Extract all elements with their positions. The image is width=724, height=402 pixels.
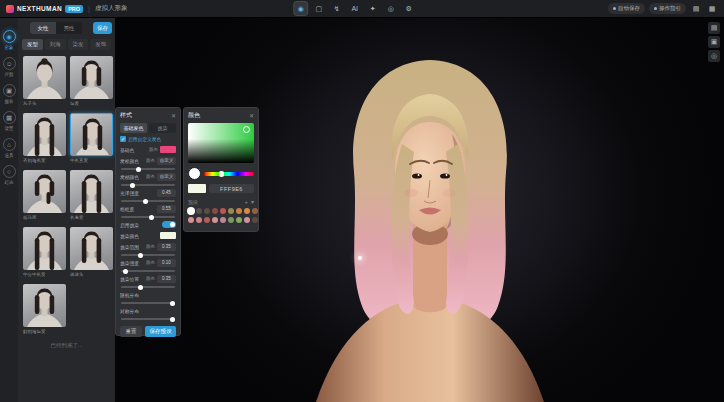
color-tag-label: 颜色 xyxy=(146,260,155,265)
topbar-pill-1[interactable]: 自动保存 xyxy=(608,3,645,14)
sub-tab-刘海[interactable]: 刘海 xyxy=(45,39,66,50)
preset-color-dot[interactable] xyxy=(196,208,202,214)
slider-track[interactable] xyxy=(121,318,175,320)
sidebar-item-背景[interactable]: ▦背景 xyxy=(3,111,16,131)
value-button[interactable]: 0.35 xyxy=(157,243,176,251)
preset-color-dot[interactable] xyxy=(196,217,202,223)
preset-color-dot[interactable] xyxy=(220,217,226,223)
sidebar-item-灯光[interactable]: ○灯光 xyxy=(3,165,16,185)
sub-tab-发型[interactable]: 发型 xyxy=(22,39,43,50)
slider-track[interactable] xyxy=(121,200,175,202)
folder-icon[interactable]: ▤ xyxy=(690,3,702,15)
toggle-on[interactable] xyxy=(162,221,176,228)
preset-color-dot[interactable] xyxy=(252,217,258,223)
slider-knob[interactable] xyxy=(143,199,148,204)
sidebar-item-捏脸[interactable]: ☺捏脸 xyxy=(3,57,16,77)
sub-tab-发饰[interactable]: 发饰 xyxy=(90,39,111,50)
camera-tool-icon[interactable]: ◎ xyxy=(384,2,397,15)
sidebar-item-道具[interactable]: ⌂道具 xyxy=(3,138,16,158)
slider-knob[interactable] xyxy=(123,269,128,274)
sidebar-item-形象[interactable]: ◉形象 xyxy=(3,30,16,50)
preset-color-dot[interactable] xyxy=(188,217,194,223)
record-icon[interactable]: ◎ xyxy=(708,50,720,62)
value-button[interactable]: 自定义 xyxy=(157,173,176,181)
hair-item-3[interactable]: 齐刘海长发 xyxy=(23,113,66,163)
pose-tool-icon[interactable]: ✦ xyxy=(366,2,379,15)
hair-item-7[interactable]: 中分中长发 xyxy=(23,227,66,277)
value-button[interactable]: 0.55 xyxy=(157,205,176,213)
scene-icon[interactable]: ▣ xyxy=(708,36,720,48)
checkbox-checked-icon[interactable]: ✓ xyxy=(120,136,126,142)
preset-color-dot[interactable] xyxy=(244,217,250,223)
color-swatch[interactable] xyxy=(160,232,176,239)
close-icon[interactable]: ✕ xyxy=(249,112,254,119)
sv-cursor[interactable] xyxy=(243,126,250,133)
add-preset-icon[interactable]: + xyxy=(244,199,248,205)
slider-track[interactable] xyxy=(121,254,175,256)
magic-tool-icon[interactable]: ↯ xyxy=(330,2,343,15)
preset-color-dot[interactable] xyxy=(220,208,226,214)
tab-base-color[interactable]: 基础发色 xyxy=(120,123,147,133)
preset-color-dot[interactable] xyxy=(204,208,210,214)
saturation-value-area[interactable] xyxy=(188,123,254,163)
slider-knob[interactable] xyxy=(138,253,143,258)
preset-color-dot[interactable] xyxy=(188,208,194,214)
color-swatch[interactable] xyxy=(160,146,176,153)
value-button[interactable]: 0.35 xyxy=(157,275,176,283)
tab-highlight[interactable]: 挑染 xyxy=(149,123,176,133)
preset-color-dot[interactable] xyxy=(236,217,242,223)
hair-item-2[interactable]: 短发 xyxy=(70,56,113,106)
preset-color-dot[interactable] xyxy=(212,208,218,214)
gender-tab-female[interactable]: 女性 xyxy=(30,22,56,34)
save-preset-button[interactable]: 保存预设 xyxy=(145,326,176,337)
slider-knob[interactable] xyxy=(170,317,175,322)
preset-color-dot[interactable] xyxy=(228,208,234,214)
sidebar-item-服装[interactable]: ▣服装 xyxy=(3,84,16,104)
ai-tool-icon[interactable]: AI xyxy=(348,2,361,15)
hair-item-8[interactable]: 波波头 xyxy=(70,227,113,277)
slider-track[interactable] xyxy=(121,184,175,186)
preset-dots-row-1 xyxy=(188,208,254,214)
slider-knob[interactable] xyxy=(149,215,154,220)
preset-color-dot[interactable] xyxy=(252,208,258,214)
preset-color-dot[interactable] xyxy=(204,217,210,223)
slider-knob[interactable] xyxy=(130,183,135,188)
hair-item-6[interactable]: 长卷发 xyxy=(70,170,113,220)
collapse-icon[interactable]: ▾ xyxy=(251,198,254,205)
slider-track[interactable] xyxy=(121,286,175,288)
slider-knob[interactable] xyxy=(138,285,143,290)
save-button[interactable]: 保存 xyxy=(93,22,112,34)
hair-thumbnail xyxy=(23,284,66,327)
preset-color-dot[interactable] xyxy=(228,217,234,223)
value-button[interactable]: 0.45 xyxy=(157,189,176,197)
hair-item-5[interactable]: 低马尾 xyxy=(23,170,66,220)
slider-track[interactable] xyxy=(121,302,175,304)
avatar-tool-icon[interactable]: ◉ xyxy=(294,2,307,15)
reset-button[interactable]: 重置 xyxy=(120,326,142,337)
preset-color-dot[interactable] xyxy=(212,217,218,223)
value-button[interactable]: 0.10 xyxy=(157,259,176,267)
hair-item-1[interactable]: 丸子头 xyxy=(23,56,66,106)
slider-knob[interactable] xyxy=(136,167,141,172)
close-icon[interactable]: ✕ xyxy=(171,112,176,119)
slider-track[interactable] xyxy=(121,168,175,170)
hair-item-4[interactable]: 中长直发 xyxy=(70,113,113,163)
settings-tool-icon[interactable]: ⚙ xyxy=(402,2,415,15)
preset-color-dot[interactable] xyxy=(244,208,250,214)
slider-track[interactable] xyxy=(121,216,175,218)
hair-item-9[interactable]: 斜刘海短发 xyxy=(23,284,66,334)
apps-grid-icon[interactable]: ▦ xyxy=(706,3,718,15)
preset-dots-row-2 xyxy=(188,217,254,223)
hue-knob[interactable] xyxy=(219,171,224,177)
topbar-pill-2[interactable]: 操作指引 xyxy=(649,3,686,14)
slider-knob[interactable] xyxy=(170,301,175,306)
slider-track[interactable] xyxy=(121,270,175,272)
face-tool-icon[interactable]: ▢ xyxy=(312,2,325,15)
value-button[interactable]: 自定义 xyxy=(157,157,176,165)
hex-value-button[interactable]: FFF9E6 xyxy=(209,184,254,193)
preset-color-dot[interactable] xyxy=(236,208,242,214)
layers-icon[interactable]: ▤ xyxy=(708,22,720,34)
gender-tab-male[interactable]: 男性 xyxy=(56,22,82,34)
sub-tab-染发[interactable]: 染发 xyxy=(68,39,89,50)
hue-slider[interactable] xyxy=(204,172,254,176)
